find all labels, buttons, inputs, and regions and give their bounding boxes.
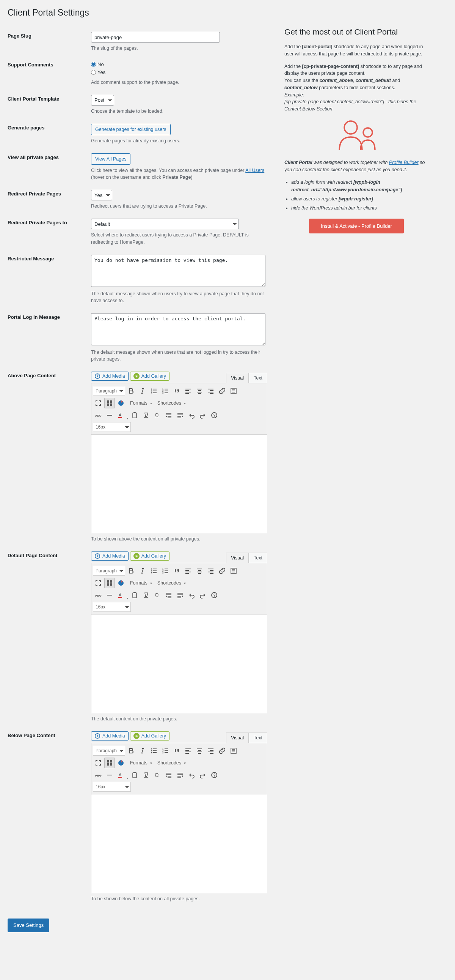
align-center-button[interactable]	[194, 386, 205, 396]
special-char-button[interactable]	[152, 770, 163, 780]
clear-format-button[interactable]	[141, 590, 151, 600]
strikethrough-button[interactable]	[93, 410, 103, 420]
formats-menu[interactable]: Formats	[127, 578, 154, 588]
bullet-list-button[interactable]	[149, 745, 159, 756]
tab-visual[interactable]: Visual	[226, 553, 249, 563]
template-select[interactable]: Post	[91, 95, 114, 105]
paste-text-button[interactable]	[129, 770, 140, 780]
align-left-button[interactable]	[183, 566, 193, 576]
outdent-button[interactable]	[163, 590, 174, 600]
redirect-select[interactable]: Yes	[91, 190, 112, 200]
font-size-select[interactable]: 16px	[93, 422, 131, 432]
undo-button[interactable]	[186, 590, 197, 600]
toolbar-toggle-button[interactable]	[228, 386, 239, 396]
align-right-button[interactable]	[206, 386, 216, 396]
italic-button[interactable]	[137, 566, 148, 576]
blockquote-button[interactable]	[171, 386, 182, 396]
shortcodes-menu[interactable]: Shortcodes	[154, 758, 187, 768]
login-msg-textarea[interactable]: Please log in in order to access the cli…	[91, 313, 265, 345]
undo-button[interactable]	[186, 410, 197, 420]
bold-button[interactable]	[126, 566, 136, 576]
paragraph-select[interactable]: Paragraph	[93, 746, 125, 756]
outdent-button[interactable]	[163, 770, 174, 780]
indent-button[interactable]	[175, 410, 185, 420]
tab-text[interactable]: Text	[249, 733, 267, 743]
align-center-button[interactable]	[194, 745, 205, 756]
fullscreen-button[interactable]	[93, 578, 103, 588]
redirect-to-select[interactable]: Default	[91, 219, 239, 229]
font-size-select[interactable]: 16px	[93, 782, 131, 792]
font-size-select[interactable]: 16px	[93, 602, 131, 612]
bullet-list-button[interactable]	[149, 566, 159, 576]
strikethrough-button[interactable]	[93, 590, 103, 600]
tab-text[interactable]: Text	[249, 553, 267, 563]
add-gallery-button[interactable]: ✶Add Gallery	[130, 732, 170, 740]
clear-format-button[interactable]	[141, 410, 151, 420]
paragraph-select[interactable]: Paragraph	[93, 566, 125, 576]
paste-text-button[interactable]	[129, 410, 140, 420]
add-media-button[interactable]: Add Media	[91, 372, 128, 381]
number-list-button[interactable]	[160, 745, 171, 756]
bullet-list-button[interactable]	[149, 386, 159, 396]
shortcodes-menu[interactable]: Shortcodes	[154, 578, 187, 588]
text-color-button[interactable]	[116, 410, 128, 420]
fullscreen-button[interactable]	[93, 398, 103, 408]
all-users-link[interactable]: All Users	[245, 168, 264, 173]
outdent-button[interactable]	[163, 410, 174, 420]
number-list-button[interactable]	[160, 566, 171, 576]
toolbar-toggle-button[interactable]	[228, 566, 239, 576]
grid-button[interactable]	[104, 398, 115, 408]
support-comments-no[interactable]: No	[91, 61, 269, 69]
redo-button[interactable]	[198, 590, 208, 600]
grid-button[interactable]	[104, 578, 115, 588]
editor-content-area[interactable]	[91, 614, 267, 713]
indent-button[interactable]	[175, 590, 185, 600]
hr-button[interactable]	[104, 410, 115, 420]
save-settings-button[interactable]: Save Settings	[8, 918, 49, 932]
chart-button[interactable]	[116, 757, 126, 768]
link-button[interactable]	[217, 745, 227, 756]
formats-menu[interactable]: Formats	[127, 398, 154, 408]
install-profile-builder-button[interactable]: Install & Activate - Profile Builder	[309, 219, 404, 234]
link-button[interactable]	[217, 386, 227, 396]
help-button[interactable]	[209, 590, 220, 600]
view-all-pages-button[interactable]: View All Pages	[91, 153, 130, 165]
undo-button[interactable]	[186, 770, 197, 780]
formats-menu[interactable]: Formats	[127, 758, 154, 768]
restricted-msg-textarea[interactable]: You do not have permission to view this …	[91, 255, 265, 287]
support-comments-no-radio[interactable]	[91, 62, 96, 67]
add-media-button[interactable]: Add Media	[91, 552, 128, 561]
align-left-button[interactable]	[183, 745, 193, 756]
align-right-button[interactable]	[206, 566, 216, 576]
special-char-button[interactable]	[152, 410, 163, 420]
italic-button[interactable]	[137, 386, 148, 396]
strikethrough-button[interactable]	[93, 770, 103, 780]
indent-button[interactable]	[175, 770, 185, 780]
add-gallery-button[interactable]: ✶Add Gallery	[130, 372, 170, 381]
grid-button[interactable]	[104, 757, 115, 768]
add-gallery-button[interactable]: ✶Add Gallery	[130, 552, 170, 561]
page-slug-input[interactable]	[91, 32, 220, 43]
hr-button[interactable]	[104, 590, 115, 600]
clear-format-button[interactable]	[141, 770, 151, 780]
profile-builder-link[interactable]: Profile Builder	[389, 160, 419, 165]
support-comments-yes[interactable]: Yes	[91, 69, 269, 77]
generate-pages-button[interactable]: Generate pages for existing users	[91, 124, 171, 135]
bold-button[interactable]	[126, 386, 136, 396]
fullscreen-button[interactable]	[93, 757, 103, 768]
paragraph-select[interactable]: Paragraph	[93, 386, 125, 396]
number-list-button[interactable]	[160, 386, 171, 396]
text-color-button[interactable]	[116, 590, 128, 600]
blockquote-button[interactable]	[171, 745, 182, 756]
tab-visual[interactable]: Visual	[226, 373, 249, 383]
tab-text[interactable]: Text	[249, 373, 267, 383]
blockquote-button[interactable]	[171, 566, 182, 576]
shortcodes-menu[interactable]: Shortcodes	[154, 398, 187, 408]
link-button[interactable]	[217, 566, 227, 576]
text-color-button[interactable]	[116, 770, 128, 780]
support-comments-yes-radio[interactable]	[91, 70, 96, 75]
add-media-button[interactable]: Add Media	[91, 732, 128, 740]
redo-button[interactable]	[198, 410, 208, 420]
special-char-button[interactable]	[152, 590, 163, 600]
toolbar-toggle-button[interactable]	[228, 745, 239, 756]
